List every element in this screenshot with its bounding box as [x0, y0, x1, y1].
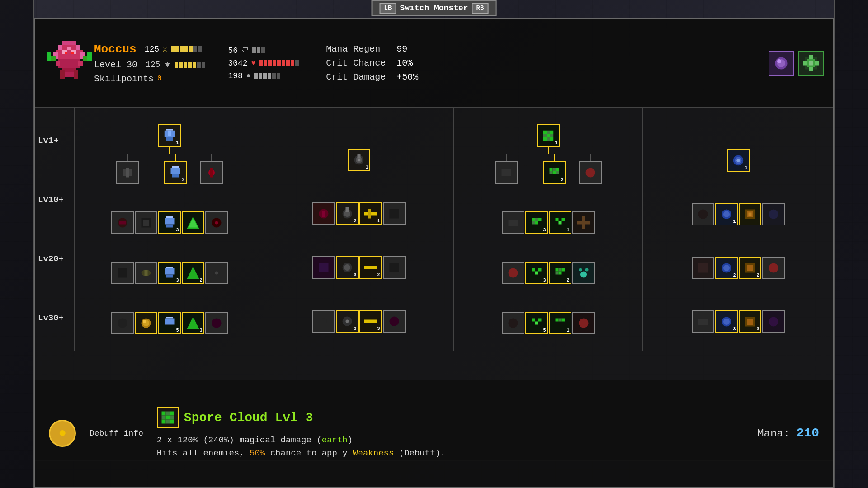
- svg-rect-36: [168, 130, 171, 135]
- svg-rect-11: [78, 61, 83, 66]
- skill-node-1-3b[interactable]: [135, 262, 157, 284]
- skill-node-1-2a[interactable]: [111, 211, 134, 234]
- skill-node-2-4a[interactable]: [312, 310, 335, 333]
- skill-columns: 1: [75, 108, 833, 351]
- skill-node-2-3d[interactable]: [383, 256, 406, 279]
- svg-rect-2: [58, 45, 62, 50]
- svg-rect-100: [543, 137, 547, 141]
- skill-node-3-1a[interactable]: [495, 161, 518, 184]
- skill-node-2-4b[interactable]: 3: [336, 310, 359, 333]
- skill-node-1-3e[interactable]: [205, 262, 228, 284]
- skill-title-row: Spore Cloud Lvl 3: [157, 407, 744, 428]
- skill-node-3-3d[interactable]: [572, 262, 595, 284]
- lb-button[interactable]: LB: [380, 3, 396, 14]
- skill-node-2-2c[interactable]: 1: [359, 202, 382, 225]
- skill-node-4-2b[interactable]: 1: [715, 203, 738, 225]
- skill-node-3-1b[interactable]: 2: [543, 161, 566, 184]
- bottom-panel: ● Debuff info Spore Cloud Lvl 3 2: [34, 380, 834, 488]
- skill-node-3-3a[interactable]: [502, 262, 524, 284]
- svg-rect-80: [345, 207, 349, 212]
- skill-node-4-3d[interactable]: [762, 257, 785, 279]
- skill-node-1-4b[interactable]: [135, 312, 157, 334]
- skill-node-3-1[interactable]: 1: [537, 124, 560, 147]
- equip-slot-2[interactable]: [798, 51, 824, 76]
- skill-col-2: 1 2: [264, 108, 454, 351]
- skill-node-2-2b[interactable]: 2: [336, 202, 359, 225]
- skill-node-2-3b[interactable]: 3: [336, 256, 359, 279]
- skill-node-3-2b[interactable]: 3: [525, 211, 548, 234]
- skill-node-1-3a[interactable]: [111, 262, 134, 284]
- mana-regen-label: Mana Regen: [326, 44, 389, 54]
- atk-value: 125: [145, 45, 159, 54]
- skill-node-3-3b[interactable]: 3: [525, 262, 548, 284]
- svg-rect-21: [71, 52, 74, 54]
- skill-node-1-1[interactable]: 1: [158, 124, 181, 147]
- rb-button[interactable]: RB: [472, 3, 489, 14]
- svg-rect-47: [143, 220, 149, 226]
- switch-monster-label: Switch Monster: [400, 4, 468, 13]
- skill-node-4-4b[interactable]: 3: [715, 310, 738, 333]
- skill-node-4-3c[interactable]: 2: [739, 257, 761, 279]
- svg-rect-10: [56, 61, 60, 66]
- svg-rect-127: [558, 268, 561, 272]
- svg-rect-115: [532, 221, 535, 224]
- svg-rect-75: [357, 154, 360, 159]
- skill-node-3-4d[interactable]: [572, 312, 595, 334]
- skill-info-panel: Spore Cloud Lvl 3 2 x 120% (240%) magica…: [157, 407, 744, 460]
- desc-line1-part2: ): [348, 435, 353, 445]
- svg-rect-59: [165, 268, 174, 275]
- skill-node-2-1[interactable]: 1: [348, 149, 370, 171]
- skill-node-1-2c[interactable]: 3: [158, 211, 181, 234]
- skill-node-4-2d[interactable]: [762, 203, 785, 225]
- svg-point-144: [736, 159, 740, 163]
- equip-slot-1[interactable]: [769, 51, 794, 76]
- svg-rect-126: [555, 268, 558, 272]
- skill-node-2-4c[interactable]: 3: [359, 310, 382, 333]
- debuff-circle-icon: ●: [49, 420, 76, 447]
- skill-node-4-2a[interactable]: [692, 203, 714, 225]
- skill-node-2-2a[interactable]: [312, 202, 335, 225]
- skill-node-4-2c[interactable]: [739, 203, 761, 225]
- skill-node-1-1a[interactable]: [116, 161, 139, 184]
- skill-node-1-4c[interactable]: 5: [158, 312, 181, 334]
- skill-node-4-4c[interactable]: 3: [739, 310, 761, 333]
- skill-node-1-2e[interactable]: [205, 211, 228, 234]
- svg-point-86: [344, 264, 350, 271]
- skill-node-3-4a[interactable]: [502, 312, 524, 334]
- skillpoints-label: Skillpoints: [94, 74, 154, 84]
- skill-node-2-3a[interactable]: [312, 256, 335, 279]
- skill-node-3-3c[interactable]: 2: [549, 262, 571, 284]
- skill-node-3-2a[interactable]: [502, 211, 524, 234]
- shield-bar: [252, 47, 265, 53]
- skill-node-4-4d[interactable]: [762, 310, 785, 333]
- svg-rect-119: [558, 221, 561, 224]
- svg-point-63: [215, 272, 218, 275]
- skill-node-1-3d[interactable]: 2: [182, 262, 204, 284]
- skill-node-1-1c[interactable]: [200, 161, 223, 184]
- skill-node-2-4d[interactable]: [383, 310, 406, 333]
- skill-node-4-3b[interactable]: 2: [715, 257, 738, 279]
- skill-node-1-4e[interactable]: [205, 312, 228, 334]
- skill-node-4-4a[interactable]: [692, 310, 714, 333]
- skill-node-3-1c[interactable]: [579, 161, 602, 184]
- skill-node-1-4d[interactable]: 3: [182, 312, 204, 334]
- skill-node-4-3a[interactable]: [692, 257, 714, 279]
- sword-icon: ⚔: [163, 45, 167, 54]
- skill-node-2-3c[interactable]: 2: [359, 256, 382, 279]
- skill-node-1-4a[interactable]: [111, 312, 134, 334]
- skill-node-3-4b[interactable]: 5: [525, 312, 548, 334]
- skill-node-1-2b[interactable]: [135, 211, 157, 234]
- skill-node-3-2c[interactable]: 1: [549, 211, 571, 234]
- skill-node-1-1b[interactable]: 2: [164, 161, 187, 184]
- skill-node-4-1[interactable]: 1: [727, 149, 750, 172]
- svg-rect-87: [364, 266, 377, 269]
- svg-rect-107: [549, 171, 552, 174]
- skill-node-2-2d[interactable]: [383, 202, 406, 225]
- skill-node-3-2d[interactable]: [572, 211, 595, 234]
- svg-rect-41: [172, 174, 179, 177]
- skill-node-3-4c[interactable]: 1: [549, 312, 571, 334]
- svg-rect-38: [126, 168, 129, 177]
- skill-node-1-3c[interactable]: 3: [158, 262, 181, 284]
- svg-rect-103: [501, 169, 511, 176]
- skill-node-1-2d[interactable]: [182, 211, 204, 234]
